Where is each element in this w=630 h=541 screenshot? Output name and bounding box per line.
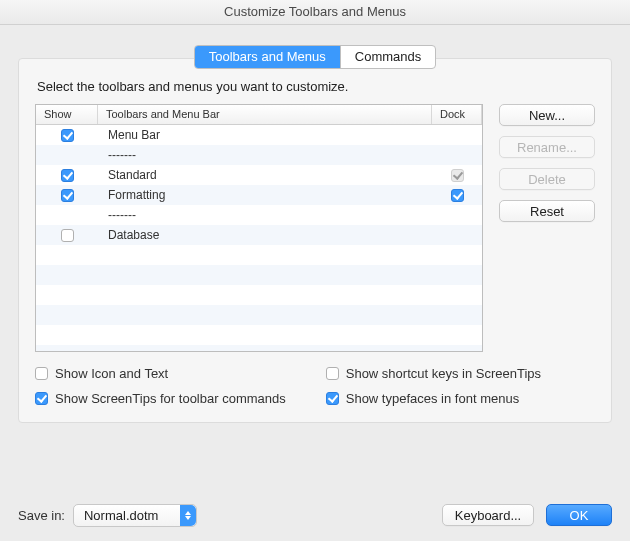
cell-show bbox=[36, 128, 98, 142]
checkbox-icon[interactable] bbox=[326, 367, 339, 380]
cell-name: Database bbox=[98, 228, 432, 242]
ok-button[interactable]: OK bbox=[546, 504, 612, 526]
col-show[interactable]: Show bbox=[36, 105, 98, 124]
opt-show-typefaces[interactable]: Show typefaces in font menus bbox=[326, 391, 541, 406]
save-in: Save in: Normal.dotm bbox=[18, 504, 197, 527]
window-title: Customize Toolbars and Menus bbox=[0, 0, 630, 25]
panel-prompt: Select the toolbars and menus you want t… bbox=[37, 79, 595, 94]
checkbox-icon[interactable] bbox=[35, 367, 48, 380]
opt-label: Show typefaces in font menus bbox=[346, 391, 519, 406]
table-row bbox=[36, 345, 482, 351]
opt-show-shortcut-keys[interactable]: Show shortcut keys in ScreenTips bbox=[326, 366, 541, 381]
cell-dock bbox=[432, 188, 482, 202]
opt-label: Show ScreenTips for toolbar commands bbox=[55, 391, 286, 406]
cell-show bbox=[36, 168, 98, 182]
opt-label: Show shortcut keys in ScreenTips bbox=[346, 366, 541, 381]
cell-name: ------- bbox=[98, 208, 432, 222]
col-name[interactable]: Toolbars and Menu Bar bbox=[98, 105, 432, 124]
checkbox-icon[interactable] bbox=[61, 169, 74, 182]
checkbox-icon[interactable] bbox=[326, 392, 339, 405]
table-row[interactable]: ------- bbox=[36, 145, 482, 165]
options-area: Show Icon and Text Show ScreenTips for t… bbox=[35, 366, 595, 406]
chevron-up-down-icon bbox=[180, 505, 196, 526]
tab-switcher: Toolbars and Menus Commands bbox=[194, 45, 437, 69]
checkbox-icon[interactable] bbox=[35, 392, 48, 405]
save-in-label: Save in: bbox=[18, 508, 65, 523]
cell-name: Standard bbox=[98, 168, 432, 182]
table-body: Menu Bar-------StandardFormatting-------… bbox=[36, 125, 482, 351]
checkbox-icon bbox=[451, 169, 464, 182]
new-button[interactable]: New... bbox=[499, 104, 595, 126]
opt-label: Show Icon and Text bbox=[55, 366, 168, 381]
save-in-popup[interactable]: Normal.dotm bbox=[73, 504, 197, 527]
checkbox-icon[interactable] bbox=[61, 189, 74, 202]
table-row[interactable]: ------- bbox=[36, 205, 482, 225]
table-row[interactable]: Database bbox=[36, 225, 482, 245]
save-in-value: Normal.dotm bbox=[84, 508, 158, 523]
keyboard-button[interactable]: Keyboard... bbox=[442, 504, 534, 526]
cell-name: ------- bbox=[98, 148, 432, 162]
col-dock[interactable]: Dock bbox=[432, 105, 482, 124]
cell-name: Menu Bar bbox=[98, 128, 432, 142]
opt-show-icon-and-text[interactable]: Show Icon and Text bbox=[35, 366, 286, 381]
tab-commands[interactable]: Commands bbox=[340, 46, 435, 68]
cell-name: Formatting bbox=[98, 188, 432, 202]
cell-dock bbox=[432, 168, 482, 182]
tab-toolbars-and-menus[interactable]: Toolbars and Menus bbox=[195, 46, 340, 68]
footer: Save in: Normal.dotm Keyboard... OK bbox=[0, 489, 630, 541]
table-header: Show Toolbars and Menu Bar Dock bbox=[36, 105, 482, 125]
cell-show bbox=[36, 228, 98, 242]
side-buttons: New... Rename... Delete Reset bbox=[499, 104, 595, 352]
table-row[interactable]: Formatting bbox=[36, 185, 482, 205]
toolbars-table: Show Toolbars and Menu Bar Dock Menu Bar… bbox=[35, 104, 483, 352]
table-row bbox=[36, 325, 482, 345]
panel-toolbars: Select the toolbars and menus you want t… bbox=[18, 58, 612, 423]
checkbox-icon[interactable] bbox=[451, 189, 464, 202]
table-row bbox=[36, 305, 482, 325]
table-row[interactable]: Menu Bar bbox=[36, 125, 482, 145]
checkbox-icon[interactable] bbox=[61, 129, 74, 142]
table-row bbox=[36, 285, 482, 305]
table-row bbox=[36, 245, 482, 265]
reset-button[interactable]: Reset bbox=[499, 200, 595, 222]
table-row[interactable]: Standard bbox=[36, 165, 482, 185]
table-row bbox=[36, 265, 482, 285]
cell-show bbox=[36, 188, 98, 202]
checkbox-icon[interactable] bbox=[61, 229, 74, 242]
rename-button: Rename... bbox=[499, 136, 595, 158]
delete-button: Delete bbox=[499, 168, 595, 190]
opt-show-screentips[interactable]: Show ScreenTips for toolbar commands bbox=[35, 391, 286, 406]
